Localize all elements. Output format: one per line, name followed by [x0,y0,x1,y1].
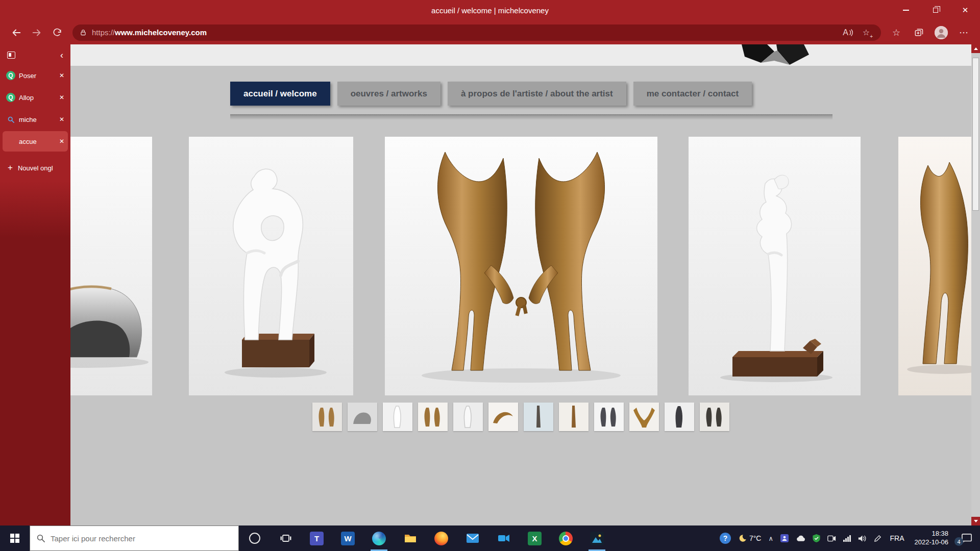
site-logo[interactable] [738,44,814,67]
back-button[interactable] [6,23,27,42]
tab-close-icon[interactable]: ✕ [59,72,64,79]
weather-widget[interactable]: 7°C [734,525,765,551]
minimize-button[interactable] [891,0,921,20]
photos-app-button[interactable] [581,525,612,551]
scroll-up-button[interactable] [971,44,980,53]
thumbnail-1-bronze-pair[interactable] [312,403,342,431]
excel-app-button[interactable]: X [519,525,550,551]
taskbar-search[interactable] [30,525,239,551]
vertical-tabs-sidebar: ‹ Q Poser ✕ Q Allop ✕ miche ✕ [0,44,70,525]
cortana-button[interactable] [239,525,270,551]
nav-contact[interactable]: me contacter / contact [633,82,752,106]
edge-app-button[interactable] [363,525,395,551]
titlebar: accueil / welcome | michelcoveney ✕ [0,0,980,20]
tab-close-icon[interactable]: ✕ [59,138,64,145]
tab-label: Poser [19,72,56,80]
search-input[interactable] [51,534,232,543]
taskbar-clock[interactable]: 18:38 2022-10-06 [910,530,954,547]
refresh-button[interactable] [47,23,67,42]
network-tray-button[interactable] [840,525,854,551]
artwork-image-1[interactable] [70,137,152,395]
forward-button[interactable] [27,23,47,42]
address-bar[interactable]: https://www.michelcoveney.com A ☆ + [72,24,881,41]
nav-oeuvres[interactable]: oeuvres / artworks [337,82,440,106]
qwant-favicon: Q [6,93,15,102]
thumbnail-6-bronze-curve[interactable] [488,403,518,431]
sidebar-tab-allop[interactable]: Q Allop ✕ [3,87,68,108]
sidebar-tab-poser[interactable]: Q Poser ✕ [3,65,68,86]
help-button[interactable]: ? [716,525,734,551]
firefox-app-button[interactable] [426,525,457,551]
close-button[interactable]: ✕ [950,0,980,20]
teams-app-button[interactable]: T [301,525,332,551]
read-aloud-button[interactable]: A [840,25,855,40]
tab-close-icon[interactable]: ✕ [59,116,64,123]
artwork-image-4[interactable] [689,137,861,395]
word-app-button[interactable]: W [332,525,363,551]
shield-check-icon [813,534,820,542]
nav-apropos[interactable]: à propos de l'artiste / about the artist [448,82,626,106]
new-tab-button[interactable]: + Nouvel ongl [0,156,70,180]
window-controls: ✕ [891,0,980,20]
clock-date: 2022-10-06 [915,538,949,547]
search-favicon [6,115,15,124]
url-scheme: https:// [92,28,115,37]
thumbnail-2-silver-curve[interactable] [348,403,377,431]
settings-menu-button[interactable]: ⋯ [953,23,974,42]
chrome-app-button[interactable] [550,525,581,551]
task-view-button[interactable] [270,525,301,551]
thumbnail-8-bronze-slim-figure[interactable] [559,403,589,431]
scroll-down-button[interactable] [971,517,980,525]
restore-button[interactable] [921,0,950,20]
teams-tray-button[interactable] [777,525,792,551]
thumbnail-12-dark-pair[interactable] [700,403,729,431]
scrollbar-thumb[interactable] [972,58,979,211]
thumbnail-5-white-figure[interactable] [453,403,483,431]
thumbnail-9-dark-pair[interactable] [594,403,624,431]
clock-time: 18:38 [915,530,949,538]
pen-tray-button[interactable] [870,525,885,551]
moon-icon [738,534,747,543]
profile-button[interactable] [931,23,951,42]
tab-label: accue [19,138,56,145]
meet-now-tray-button[interactable] [824,525,840,551]
collapse-sidebar-button[interactable]: ‹ [60,51,63,60]
nav-accueil[interactable]: accueil / welcome [230,82,330,106]
thumbnail-strip [312,403,729,431]
thumbnail-11-dark-figure[interactable] [665,403,694,431]
qwant-favicon: Q [6,71,15,80]
tab-close-icon[interactable]: ✕ [59,94,64,101]
sidebar-tab-accueil-active[interactable]: accue ✕ [3,131,68,152]
onedrive-tray-button[interactable] [792,525,809,551]
taskbar-apps: T W X [239,525,612,551]
read-aloud-waves-icon [849,29,853,36]
tab-actions-icon[interactable] [7,52,15,59]
tray-expand-button[interactable]: ∧ [765,525,777,551]
vertical-scrollbar[interactable] [971,44,980,525]
file-explorer-icon [404,532,417,544]
favorites-button[interactable]: ☆ [886,23,906,42]
notification-badge: 4 [954,537,963,546]
mail-app-button[interactable] [457,525,488,551]
language-indicator[interactable]: FRA [885,525,910,551]
notification-center-button[interactable]: 4 [953,533,980,543]
artwork-image-5[interactable] [898,137,971,395]
video-app-button[interactable] [488,525,519,551]
collections-icon [914,28,924,38]
artwork-image-3-main[interactable] [385,137,657,395]
file-explorer-button[interactable] [395,525,426,551]
collections-button[interactable] [909,23,929,42]
mail-icon [466,533,479,543]
artwork-image-2[interactable] [189,137,353,395]
thumbnail-3-white-figure[interactable] [383,403,412,431]
windows-taskbar: T W X ? 7°C ∧ [0,525,980,551]
thumbnail-7-figure-with-staff[interactable] [524,403,553,431]
start-button[interactable] [0,525,30,551]
volume-tray-button[interactable] [854,525,870,551]
site-header-band [70,44,971,66]
sidebar-tab-search[interactable]: miche ✕ [3,109,68,130]
thumbnail-10-bronze-arch[interactable] [629,403,659,431]
thumbnail-4-bronze-pair[interactable] [418,403,448,431]
security-tray-button[interactable] [809,525,824,551]
add-favorite-button[interactable]: ☆ + [859,25,874,40]
